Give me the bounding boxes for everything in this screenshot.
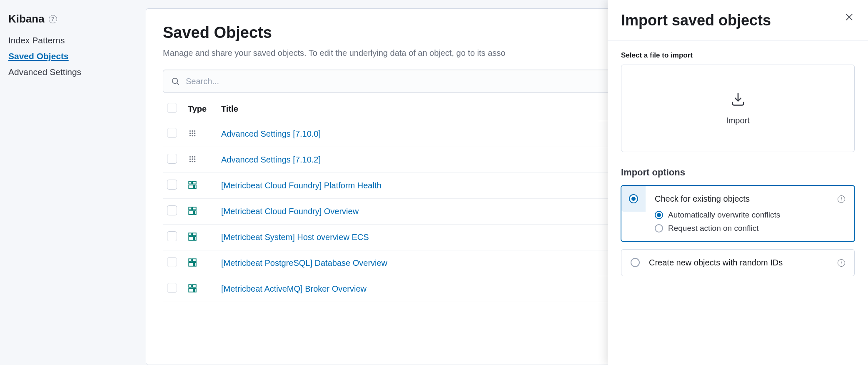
flyout-body: Select a file to import Import Import op… [608,40,868,295]
sidebar-nav: Index Patterns Saved Objects Advanced Se… [8,35,137,77]
sub-options: Automatically overwrite conflicts Reques… [655,209,845,233]
row-title-link[interactable]: [Metricbeat Cloud Foundry] Platform Heal… [221,181,382,190]
sub-option-label: Request action on conflict [668,224,759,233]
svg-point-15 [190,158,191,160]
option-check-existing[interactable]: Check for existing objects i Automatical… [621,185,855,242]
svg-rect-26 [192,207,196,210]
row-checkbox[interactable] [167,205,177,215]
svg-rect-35 [189,262,193,266]
import-icon [730,91,746,109]
dropzone-label: Import [726,116,750,125]
svg-line-2 [177,83,179,85]
import-flyout: Import saved objects Select a file to im… [608,0,868,365]
row-title-link[interactable]: [Metricbeat ActiveMQ] Broker Overview [221,284,367,293]
svg-point-20 [194,161,195,162]
row-checkbox[interactable] [167,257,177,267]
import-dropzone[interactable]: Import [621,65,855,152]
svg-point-5 [194,130,195,132]
row-checkbox[interactable] [167,283,177,293]
svg-rect-25 [189,207,191,210]
svg-rect-29 [189,233,191,235]
svg-point-16 [192,158,193,160]
svg-point-14 [194,156,195,158]
svg-rect-38 [192,285,196,287]
svg-point-9 [190,135,191,136]
dashboard-icon [188,258,197,267]
sub-option-overwrite[interactable]: Automatically overwrite conflicts [655,210,845,220]
svg-point-13 [192,156,193,158]
row-title-link[interactable]: [Metricbeat PostgreSQL] Database Overvie… [221,258,387,268]
svg-point-19 [192,161,193,162]
row-title-link[interactable]: [Metricbeat Cloud Foundry] Overview [221,207,359,216]
svg-rect-37 [189,285,191,287]
radio-indicator [629,194,638,203]
close-icon[interactable] [844,12,855,24]
svg-rect-40 [195,288,196,292]
svg-rect-32 [195,237,196,240]
page-title: Saved Objects [163,24,272,42]
info-icon[interactable]: i [838,195,845,203]
help-icon[interactable]: ? [49,15,57,23]
row-checkbox[interactable] [167,154,177,164]
svg-point-7 [192,132,193,134]
sidebar-title: Kibana ? [8,12,137,25]
info-icon[interactable]: i [838,259,845,267]
svg-rect-28 [195,211,196,215]
svg-point-8 [194,132,195,134]
flyout-header: Import saved objects [608,0,868,40]
dashboard-icon [188,232,197,241]
svg-rect-31 [189,237,193,240]
search-icon [171,77,180,86]
svg-rect-34 [192,259,196,261]
option-content: Create new objects with random IDs i [649,258,845,268]
svg-rect-30 [192,233,196,235]
svg-rect-33 [189,259,191,261]
dashboard-icon [188,206,197,215]
sidebar-title-text: Kibana [8,12,45,25]
option-content: Check for existing objects i Automatical… [655,194,845,233]
sub-option-request-action[interactable]: Request action on conflict [655,224,845,233]
radio-indicator [655,224,663,232]
svg-point-12 [190,156,191,158]
sidebar-item-index-patterns[interactable]: Index Patterns [8,35,137,45]
config-icon [188,129,197,138]
sidebar: Kibana ? Index Patterns Saved Objects Ad… [0,0,146,90]
svg-point-11 [194,135,195,136]
col-type[interactable]: Type [184,97,217,121]
sidebar-item-advanced-settings[interactable]: Advanced Settings [8,67,137,77]
svg-point-18 [190,161,191,162]
radio-indicator-wrap [621,186,646,212]
svg-rect-36 [195,262,196,266]
row-checkbox[interactable] [167,231,177,241]
dashboard-icon [188,180,197,190]
row-title-link[interactable]: Advanced Settings [7.10.0] [221,129,321,138]
select-all-checkbox[interactable] [167,103,177,113]
row-checkbox[interactable] [167,128,177,138]
radio-indicator [631,258,640,267]
svg-rect-23 [189,185,193,189]
svg-point-6 [190,132,191,134]
row-title-link[interactable]: [Metricbeat System] Host overview ECS [221,232,369,242]
option-label: Check for existing objects [655,194,750,204]
select-file-label: Select a file to import [621,51,855,60]
import-options-heading: Import options [621,167,855,178]
svg-rect-21 [189,181,191,184]
svg-point-4 [192,130,193,132]
svg-point-3 [190,130,191,132]
sub-option-label: Automatically overwrite conflicts [668,210,780,220]
svg-point-10 [192,135,193,136]
flyout-title: Import saved objects [621,12,771,29]
row-title-link[interactable]: Advanced Settings [7.10.2] [221,155,321,164]
dashboard-icon [188,284,197,293]
svg-rect-27 [189,211,193,215]
option-create-new-ids[interactable]: Create new objects with random IDs i [621,249,855,276]
svg-rect-22 [192,181,196,184]
svg-rect-24 [195,185,196,189]
row-checkbox[interactable] [167,180,177,190]
svg-rect-39 [189,288,193,292]
radio-indicator [655,211,663,219]
config-icon [188,155,197,164]
svg-point-17 [194,158,195,160]
option-label: Create new objects with random IDs [649,258,783,268]
sidebar-item-saved-objects[interactable]: Saved Objects [8,51,137,61]
